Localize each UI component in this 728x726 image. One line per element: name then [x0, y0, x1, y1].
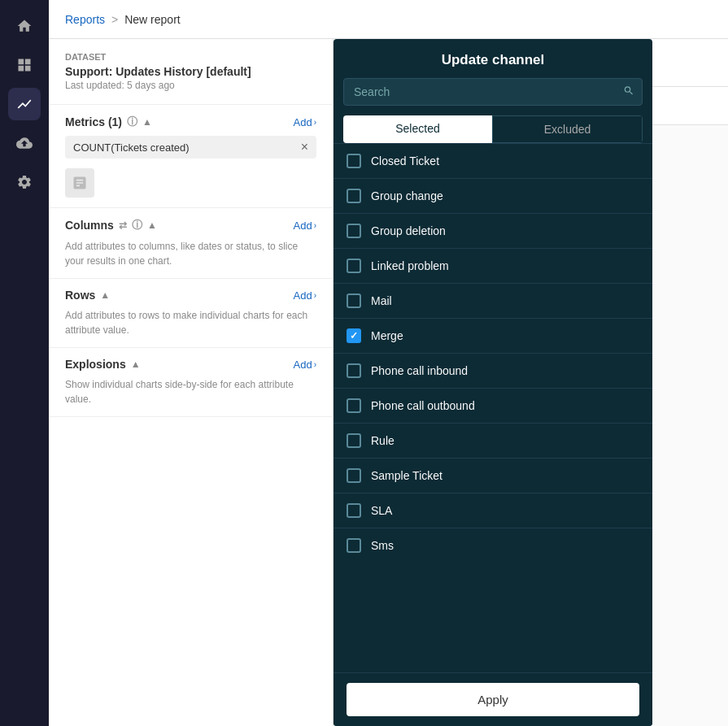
- tab-selected[interactable]: Selected: [343, 115, 492, 143]
- update-channel-dropdown: Update channel Selected Excluded Closed …: [333, 39, 652, 726]
- rows-header: Rows ▲ Add ›: [65, 289, 316, 302]
- explosions-title: Explosions ▲: [65, 358, 141, 371]
- metrics-collapse-icon[interactable]: ▲: [142, 116, 152, 128]
- rows-title: Rows ▲: [65, 289, 110, 302]
- columns-title: Columns ⇄ ⓘ ▲: [65, 218, 157, 233]
- dropdown-item-checkbox[interactable]: [347, 433, 361, 448]
- dropdown-list-item[interactable]: Phone call inbound: [333, 353, 652, 388]
- dropdown-item-label: Sample Ticket: [371, 469, 442, 482]
- columns-description: Add attributes to columns, like dates or…: [65, 239, 316, 268]
- right-panel: ☆ New report Filters (1) ⓘ Add › ⊘ Updat…: [333, 39, 728, 726]
- columns-info-icon[interactable]: ⓘ: [132, 218, 142, 233]
- dropdown-list-item[interactable]: Closed Ticket: [333, 143, 652, 178]
- columns-section: Columns ⇄ ⓘ ▲ Add › Add attributes to co…: [49, 208, 333, 279]
- columns-sort-icon: ⇄: [119, 220, 127, 231]
- dropdown-list-item[interactable]: Linked problem: [333, 248, 652, 283]
- metrics-title-text: Metrics (1): [65, 115, 122, 128]
- dropdown-item-checkbox[interactable]: [347, 398, 361, 413]
- dropdown-item-checkbox[interactable]: [347, 293, 361, 308]
- dropdown-overlay: Update channel Selected Excluded Closed …: [333, 39, 728, 726]
- columns-add-button[interactable]: Add ›: [294, 220, 316, 232]
- rows-description: Add attributes to rows to make individua…: [65, 308, 316, 337]
- columns-title-text: Columns: [65, 219, 114, 232]
- dataset-section: Dataset Support: Updates History [defaul…: [49, 39, 333, 105]
- dropdown-item-label: Phone call outbound: [371, 399, 475, 412]
- breadcrumb-reports[interactable]: Reports: [65, 13, 105, 26]
- dropdown-list-item[interactable]: Sms: [333, 528, 652, 563]
- dropdown-search-input[interactable]: [343, 78, 643, 106]
- dropdown-item-label: Linked problem: [371, 259, 449, 272]
- dropdown-item-checkbox[interactable]: [347, 259, 361, 273]
- content-area: Dataset Support: Updates History [defaul…: [49, 39, 728, 726]
- icon-sidebar: [0, 0, 49, 726]
- metric-chip: COUNT(Tickets created) ×: [65, 136, 316, 159]
- rows-add-button[interactable]: Add ›: [294, 289, 316, 302]
- dropdown-item-label: Closed Ticket: [371, 154, 439, 167]
- dropdown-list-item[interactable]: Phone call outbound: [333, 388, 652, 423]
- dropdown-item-checkbox[interactable]: [347, 328, 361, 343]
- dropdown-item-label: Phone call inbound: [371, 364, 468, 377]
- dropdown-search: [343, 78, 643, 106]
- dropdown-item-label: Mail: [371, 294, 392, 307]
- rows-collapse-icon[interactable]: ▲: [100, 289, 110, 301]
- sidebar-upload[interactable]: [8, 127, 41, 159]
- dropdown-item-checkbox[interactable]: [347, 154, 361, 168]
- dropdown-list-item[interactable]: Sample Ticket: [333, 458, 652, 493]
- explosions-title-text: Explosions: [65, 358, 126, 371]
- dropdown-apply-bar: Apply: [333, 672, 652, 726]
- dropdown-item-checkbox[interactable]: [347, 468, 361, 483]
- dropdown-item-label: SLA: [371, 504, 392, 517]
- dropdown-list-item[interactable]: Rule: [333, 423, 652, 458]
- dropdown-item-checkbox[interactable]: [347, 189, 361, 203]
- explosions-collapse-icon[interactable]: ▲: [131, 359, 141, 370]
- metrics-add-button[interactable]: Add ›: [294, 116, 316, 128]
- columns-header: Columns ⇄ ⓘ ▲ Add ›: [65, 218, 316, 233]
- search-icon: [623, 85, 634, 99]
- left-panel: Dataset Support: Updates History [defaul…: [49, 39, 333, 726]
- dropdown-item-checkbox[interactable]: [347, 363, 361, 378]
- metric-chip-label: COUNT(Tickets created): [73, 141, 190, 154]
- dropdown-item-label: Merge: [371, 329, 403, 342]
- metrics-title: Metrics (1) ⓘ ▲: [65, 115, 152, 129]
- sidebar-dashboard[interactable]: [8, 49, 41, 81]
- breadcrumb-separator: >: [111, 13, 118, 26]
- dropdown-item-label: Sms: [371, 539, 394, 552]
- dropdown-item-label: Group deletion: [371, 224, 446, 237]
- dropdown-item-checkbox[interactable]: [347, 224, 361, 238]
- dropdown-tabs: Selected Excluded: [343, 115, 643, 143]
- columns-collapse-icon[interactable]: ▲: [147, 220, 157, 231]
- dropdown-item-label: Rule: [371, 434, 395, 447]
- main-area: Reports > New report Dataset Support: Up…: [49, 0, 728, 726]
- dataset-label: Dataset: [65, 52, 316, 62]
- apply-button[interactable]: Apply: [347, 683, 639, 716]
- top-nav: Reports > New report: [49, 0, 728, 39]
- dropdown-item-label: Group change: [371, 189, 443, 202]
- sidebar-reports[interactable]: [8, 88, 41, 120]
- explosions-header: Explosions ▲ Add ›: [65, 358, 316, 371]
- sidebar-settings[interactable]: [8, 166, 41, 198]
- dropdown-item-list: Closed TicketGroup changeGroup deletionL…: [333, 143, 652, 672]
- dropdown-list-item[interactable]: Group deletion: [333, 213, 652, 248]
- dropdown-list-item[interactable]: SLA: [333, 493, 652, 528]
- tab-excluded[interactable]: Excluded: [492, 115, 643, 143]
- metrics-section: Metrics (1) ⓘ ▲ Add › COUNT(Tickets crea…: [49, 105, 333, 208]
- dataset-name: Support: Updates History [default]: [65, 65, 316, 78]
- metric-chip-close[interactable]: ×: [301, 141, 308, 154]
- dropdown-list-item[interactable]: Merge: [333, 318, 652, 353]
- sidebar-home[interactable]: [8, 10, 41, 42]
- rows-title-text: Rows: [65, 289, 95, 302]
- dropdown-list-item[interactable]: Mail: [333, 283, 652, 318]
- dropdown-title: Update channel: [333, 39, 652, 78]
- metrics-info-icon[interactable]: ⓘ: [127, 115, 137, 129]
- explosions-description: Show individual charts side-by-side for …: [65, 377, 316, 406]
- breadcrumb-current: New report: [124, 13, 180, 26]
- dropdown-item-checkbox[interactable]: [347, 538, 361, 553]
- rows-section: Rows ▲ Add › Add attributes to rows to m…: [49, 279, 333, 348]
- explosions-section: Explosions ▲ Add › Show individual chart…: [49, 348, 333, 417]
- dropdown-list-item[interactable]: Group change: [333, 178, 652, 213]
- metrics-header: Metrics (1) ⓘ ▲ Add ›: [65, 115, 316, 129]
- explosions-add-button[interactable]: Add ›: [294, 359, 316, 371]
- dropdown-item-checkbox[interactable]: [347, 503, 361, 518]
- chart-placeholder: [65, 168, 94, 198]
- dataset-updated: Last updated: 5 days ago: [65, 80, 316, 91]
